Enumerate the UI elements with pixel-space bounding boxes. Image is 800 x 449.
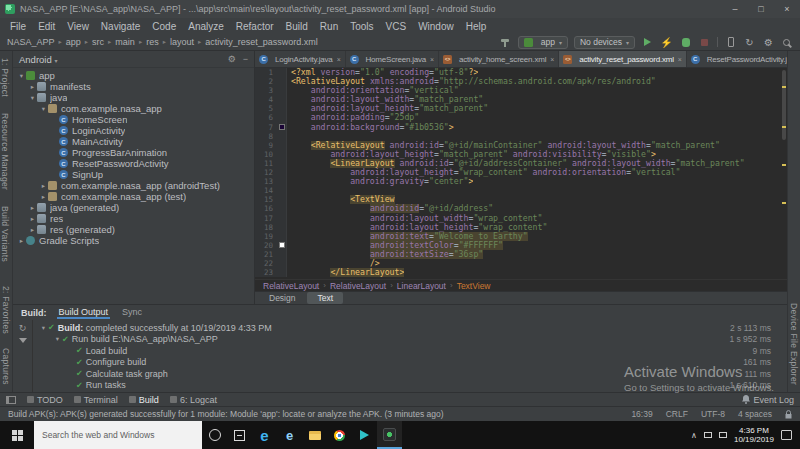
expand-arrow-icon[interactable]: ▾	[39, 105, 48, 113]
play-icon[interactable]	[352, 421, 377, 449]
project-tree-item[interactable]: ResetPasswordActivity	[13, 158, 254, 169]
chrome-icon[interactable]	[327, 421, 352, 449]
breadcrumb-item[interactable]: layout	[169, 37, 195, 47]
readonly-lock-icon[interactable]	[785, 410, 792, 419]
editor-view-tab[interactable]: Text	[307, 292, 343, 304]
run-config-select[interactable]: app▾	[518, 36, 568, 49]
tool-stripe-button[interactable]: 2: Favorites	[1, 286, 11, 334]
device-select[interactable]: No devices▾	[574, 36, 635, 49]
project-tree-item[interactable]: ▸manifests	[13, 81, 254, 92]
action-center-icon[interactable]	[781, 430, 792, 440]
breadcrumb-item[interactable]: app	[65, 37, 82, 47]
code-line[interactable]: 8	[255, 132, 787, 141]
settings-gear-icon[interactable]: ⚙	[762, 35, 775, 49]
breadcrumb-item[interactable]: NASA_APP	[6, 37, 56, 47]
tool-stripe-button[interactable]: Resource Manager	[0, 113, 10, 190]
project-tree-item[interactable]: ▸com.example.nasa_app (androidTest)	[13, 180, 254, 191]
maximize-button[interactable]: □	[748, 0, 774, 18]
android-studio-icon[interactable]	[377, 421, 402, 449]
debug-button[interactable]	[679, 35, 692, 49]
code-area[interactable]: 1<?xml version="1.0" encoding="utf-8"?>2…	[255, 68, 787, 277]
avd-manager-button[interactable]	[724, 35, 737, 49]
close-icon[interactable]: ×	[430, 56, 434, 63]
explorer-icon[interactable]	[302, 421, 327, 449]
expand-arrow-icon[interactable]: ▾	[28, 94, 37, 102]
line-separator-indicator[interactable]: CRLF	[666, 409, 688, 419]
menu-item[interactable]: Help	[460, 21, 493, 32]
project-tree-item[interactable]: ▾java	[13, 92, 254, 103]
menu-item[interactable]: Window	[412, 21, 460, 32]
build-tree-item[interactable]: ✔Load build9 ms	[33, 345, 787, 357]
event-log-button[interactable]: Event Log	[742, 395, 794, 405]
menu-item[interactable]: Analyze	[182, 21, 230, 32]
gear-icon[interactable]: ⚙	[228, 54, 236, 64]
menu-item[interactable]: Code	[146, 21, 182, 32]
code-line[interactable]: 13 android:gravity="center">	[255, 177, 787, 186]
tool-stripe-button[interactable]: Captures	[1, 348, 11, 385]
code-line[interactable]: 5 android:layout_height="match_parent"	[255, 104, 787, 113]
gradle-sync-button[interactable]: ↻	[743, 35, 756, 49]
color-swatch-icon[interactable]	[279, 242, 285, 248]
code-line[interactable]: 15 <TextView	[255, 195, 787, 204]
network-icon[interactable]	[704, 432, 712, 438]
code-line[interactable]: 1<?xml version="1.0" encoding="utf-8"?>	[255, 68, 787, 77]
code-line[interactable]: 17 android:layout_width="wrap_content"	[255, 214, 787, 223]
expand-arrow-icon[interactable]: ▸	[28, 226, 37, 234]
ie-icon[interactable]	[277, 421, 302, 449]
project-tree-item[interactable]: SignUp	[13, 169, 254, 180]
project-view-select[interactable]: Android ▾	[19, 54, 57, 65]
code-line[interactable]: 16 android:id="@+id/address"	[255, 204, 787, 213]
code-line[interactable]: 10 android:layout_height="match_parent" …	[255, 150, 787, 159]
code-line[interactable]: 7 android:background="#1b0536">	[255, 123, 787, 132]
build-tab[interactable]: Build Output	[57, 307, 111, 319]
stop-button[interactable]	[698, 35, 711, 49]
code-line[interactable]: 3 android:orientation="vertical"	[255, 86, 787, 95]
expand-arrow-icon[interactable]: ▾	[17, 72, 26, 80]
menu-item[interactable]: Edit	[32, 21, 61, 32]
close-icon[interactable]: ×	[678, 56, 682, 63]
code-line[interactable]: 2<RelativeLayout xmlns:android="http://s…	[255, 77, 787, 86]
build-filter-icon[interactable]	[19, 338, 27, 343]
editor-tab[interactable]: activity_home_screen.xml×	[439, 51, 559, 67]
hidden-icons-expand-icon[interactable]: ∧	[691, 431, 697, 440]
expand-arrow-icon[interactable]: ▸	[28, 215, 37, 223]
project-tree-item[interactable]: ▸Gradle Scripts	[13, 235, 254, 246]
menu-item[interactable]: Build	[280, 21, 314, 32]
volume-icon[interactable]	[719, 432, 727, 438]
code-line[interactable]: 19 android:text="Welcome to Earthy"	[255, 232, 787, 241]
editor-tab[interactable]: ResetPasswordActivity.java×	[687, 51, 787, 67]
code-line[interactable]: 9 <RelativeLayout android:id="@+id/mainC…	[255, 141, 787, 150]
editor-view-tab[interactable]: Design	[259, 292, 305, 304]
status-message[interactable]: Build APK(s): APK(s) generated successfu…	[8, 409, 444, 419]
expand-arrow-icon[interactable]: ▸	[28, 204, 37, 212]
menu-item[interactable]: Run	[314, 21, 344, 32]
breadcrumb-item[interactable]: activity_reset_password.xml	[204, 37, 319, 47]
build-tree-item[interactable]: ▾✔Run build E:\NASA_app\NASA_APP1 s 952 …	[33, 334, 787, 346]
build-hammer-icon[interactable]	[499, 35, 512, 49]
editor-scrollbar[interactable]	[781, 68, 787, 279]
editor-tab[interactable]: activity_reset_password.xml×	[559, 51, 687, 67]
code-line[interactable]: 11 <LinearLayout android:id="@+id/addres…	[255, 159, 787, 168]
collapse-all-icon[interactable]: −	[243, 54, 248, 64]
build-tab[interactable]: Sync	[120, 307, 144, 319]
taskbar-search-input[interactable]	[34, 421, 202, 449]
code-line[interactable]: 14	[255, 186, 787, 195]
tool-stripe-button[interactable]: Build Variants	[0, 206, 10, 262]
file-encoding-indicator[interactable]: UTF-8	[701, 409, 725, 419]
project-tree-item[interactable]: ProgressBarAnimation	[13, 147, 254, 158]
xml-breadcrumb-item[interactable]: RelativeLayout	[263, 281, 319, 291]
taskbar-clock[interactable]: 4:36 PM 10/19/2019	[734, 426, 774, 444]
project-tree-item[interactable]: ▸com.example.nasa_app (test)	[13, 191, 254, 202]
search-everywhere-button[interactable]	[781, 35, 794, 49]
project-tree-item[interactable]: ▸res (generated)	[13, 224, 254, 235]
project-tree-item[interactable]: ▸java (generated)	[13, 202, 254, 213]
project-tree-item[interactable]: ▾com.example.nasa_app	[13, 103, 254, 114]
code-line[interactable]: 6 android:padding="25dp"	[255, 113, 787, 122]
tool-stripe-button[interactable]: 1: Project	[0, 58, 10, 97]
code-line[interactable]: 20 android:textColor="#FFFFFF"	[255, 241, 787, 250]
menu-item[interactable]: VCS	[380, 21, 413, 32]
edge-icon[interactable]	[252, 421, 277, 449]
apply-changes-button[interactable]: ⚡	[660, 35, 673, 49]
build-restart-icon[interactable]: ↻	[19, 323, 27, 333]
editor-tab[interactable]: HomeScreen.java×	[346, 51, 439, 67]
